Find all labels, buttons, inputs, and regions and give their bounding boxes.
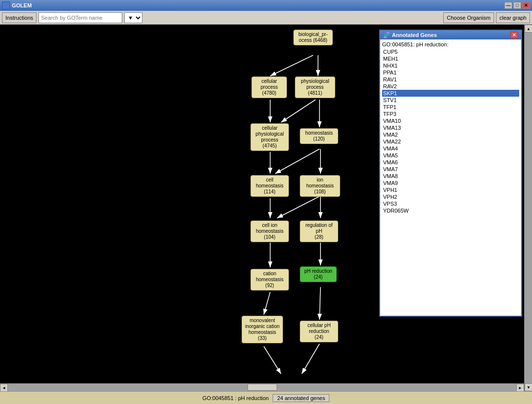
svg-line-15 <box>319 287 320 320</box>
gene-item[interactable]: RAV1 <box>382 76 519 83</box>
gene-item[interactable]: CUP5 <box>382 48 519 55</box>
node-cation-homeostasis[interactable]: cationhomeostasis(92) <box>250 269 289 291</box>
gene-item[interactable]: PPA1 <box>382 69 519 76</box>
node-cell-ion-homeostasis[interactable]: cell ionhomeostasis(104) <box>250 220 289 242</box>
svg-line-7 <box>275 149 319 174</box>
svg-line-1 <box>270 55 313 76</box>
annotated-genes-panel: 🧬 Annotated Genes ✕ GO:0045851: pH reduc… <box>379 30 522 317</box>
gene-item[interactable]: VMA5 <box>382 152 519 159</box>
title-bar: GOLEM — □ ✕ <box>0 0 532 11</box>
svg-line-10 <box>277 196 320 218</box>
node-biological-process[interactable]: biological_pr- ocess (6468) <box>293 30 333 45</box>
scroll-thumb-horizontal[interactable] <box>248 384 277 391</box>
scroll-down-button[interactable]: ▼ <box>525 383 532 391</box>
vertical-scrollbar: ▲ ▼ <box>524 25 532 391</box>
annotated-genes-title: 🧬 Annotated Genes ✕ <box>380 31 521 39</box>
svg-line-17 <box>302 344 319 374</box>
scroll-track-horizontal[interactable] <box>8 384 516 391</box>
node-regulation-of-ph[interactable]: regulation ofpH(28) <box>300 220 338 242</box>
gene-item[interactable]: VMA10 <box>382 117 519 124</box>
app-icon <box>2 1 10 9</box>
node-cellular-ph-reduction[interactable]: cellular pHreduction(24) <box>300 321 338 342</box>
annotated-genes-badge[interactable]: 24 annotated genes <box>273 394 329 402</box>
maximize-button[interactable]: □ <box>513 2 521 9</box>
node-cellular-process[interactable]: cellularprocess(4780) <box>251 76 287 98</box>
gene-item[interactable]: TFP3 <box>382 110 519 117</box>
clear-graph-button[interactable]: clear graph <box>496 12 530 23</box>
panel-icon: 🧬 <box>383 32 390 38</box>
node-cellular-physiological-process[interactable]: cellularphysiologicalprocess(4745) <box>250 123 289 151</box>
scroll-right-button[interactable]: ► <box>516 384 524 391</box>
svg-line-14 <box>264 292 270 315</box>
annotated-genes-content[interactable]: GO:0045851: pH reduction: CUP5MEH1NHX1PP… <box>380 39 521 316</box>
node-homeostasis[interactable]: homeostasis(120) <box>300 128 338 144</box>
choose-organism-button[interactable]: Choose Organism <box>443 12 494 23</box>
gene-item[interactable]: STV1 <box>382 97 519 104</box>
gene-item[interactable]: VMA22 <box>382 138 519 145</box>
gene-item[interactable]: VMA4 <box>382 145 519 152</box>
node-physiological-process[interactable]: physiologicalprocess(4811) <box>295 76 335 98</box>
gene-item[interactable]: VMA8 <box>382 173 519 180</box>
scroll-left-button[interactable]: ◄ <box>0 384 8 391</box>
gene-item[interactable]: VMA7 <box>382 166 519 173</box>
panel-title-text: Annotated Genes <box>392 32 437 38</box>
graph-canvas[interactable]: biological_pr- ocess (6468) cellularproc… <box>0 25 532 391</box>
gene-list: CUP5MEH1NHX1PPA1RAV1RAV2SKP1STV1TFP1TFP3… <box>382 48 519 214</box>
minimize-button[interactable]: — <box>504 2 512 9</box>
status-go-label: GO:0045851 : pH reduction <box>203 395 269 401</box>
gene-item[interactable]: YDR065W <box>382 207 519 214</box>
app-title: GOLEM <box>12 2 32 8</box>
gene-item[interactable]: TFP1 <box>382 104 519 110</box>
gene-item[interactable]: VPH2 <box>382 193 519 200</box>
node-ion-homeostasis[interactable]: ion homeostasis(108) <box>300 175 340 197</box>
instructions-button[interactable]: Instructions <box>2 12 36 23</box>
gene-item[interactable]: VPH1 <box>382 186 519 193</box>
gene-item[interactable]: NHX1 <box>382 62 519 69</box>
search-dropdown[interactable]: ▼ <box>124 12 142 23</box>
gene-item[interactable]: VPS3 <box>382 200 519 207</box>
main-area: biological_pr- ocess (6468) cellularproc… <box>0 25 532 391</box>
status-bar: GO:0045851 : pH reduction 24 annotated g… <box>0 391 532 404</box>
gene-item[interactable]: VMA9 <box>382 180 519 186</box>
search-input[interactable] <box>38 12 122 23</box>
window-controls: — □ ✕ <box>504 2 530 9</box>
annotated-panel-close-button[interactable]: ✕ <box>510 32 518 38</box>
scroll-up-button[interactable]: ▲ <box>525 25 532 33</box>
gene-item[interactable]: VMA13 <box>382 124 519 131</box>
gene-header: GO:0045851: pH reduction: <box>382 41 519 47</box>
horizontal-scrollbar: ◄ ► <box>0 383 524 391</box>
node-ph-reduction[interactable]: pH reduction(24) <box>300 266 337 282</box>
gene-item[interactable]: RAV2 <box>382 83 519 90</box>
svg-line-4 <box>281 100 316 122</box>
gene-item[interactable]: VMA6 <box>382 159 519 166</box>
svg-line-16 <box>264 346 281 374</box>
gene-item[interactable]: VMA2 <box>382 131 519 138</box>
gene-item[interactable]: MEH1 <box>382 55 519 62</box>
scroll-track-vertical[interactable] <box>525 33 532 383</box>
toolbar: Instructions ▼ Choose Organism clear gra… <box>0 11 532 25</box>
node-cell-homeostasis[interactable]: cellhomeostasis(114) <box>250 175 289 197</box>
gene-item[interactable]: SKP1 <box>382 90 519 97</box>
node-monovalent-inorganic-cation[interactable]: monovalentinorganic cationhomeostasis(33… <box>242 316 283 343</box>
close-button[interactable]: ✕ <box>522 2 530 9</box>
